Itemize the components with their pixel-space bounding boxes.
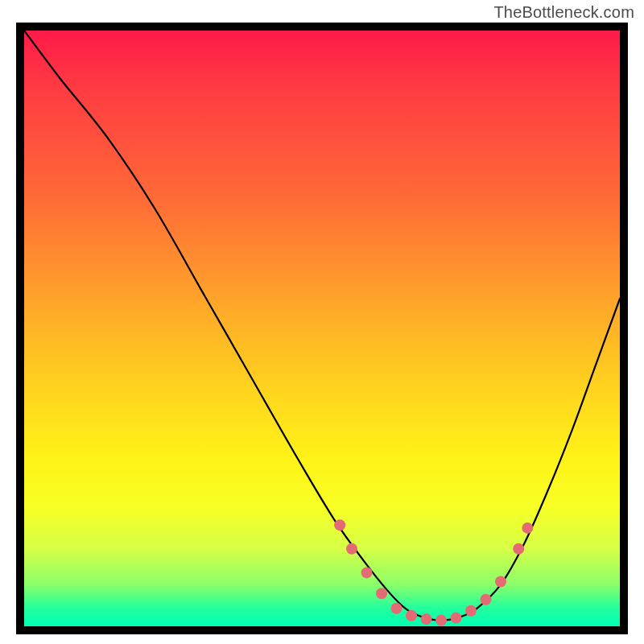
trough-marker bbox=[406, 610, 417, 621]
trough-marker bbox=[421, 613, 432, 625]
trough-marker bbox=[376, 588, 387, 599]
trough-marker bbox=[495, 576, 506, 588]
trough-marker bbox=[522, 522, 533, 534]
chart-stage: TheBottleneck.com bbox=[0, 0, 644, 644]
curve-layer bbox=[24, 31, 620, 626]
gradient-background bbox=[24, 31, 620, 626]
trough-marker bbox=[481, 594, 492, 605]
trough-marker bbox=[513, 543, 524, 555]
trough-marker-group bbox=[334, 519, 533, 625]
trough-marker bbox=[436, 615, 447, 626]
trough-marker bbox=[361, 567, 373, 578]
trough-marker bbox=[451, 613, 462, 624]
trough-marker bbox=[334, 519, 345, 530]
trough-marker bbox=[346, 543, 357, 555]
trough-marker bbox=[465, 605, 477, 617]
watermark-text: TheBottleneck.com bbox=[493, 3, 634, 22]
trough-marker bbox=[391, 603, 402, 614]
plot-border bbox=[16, 23, 628, 634]
